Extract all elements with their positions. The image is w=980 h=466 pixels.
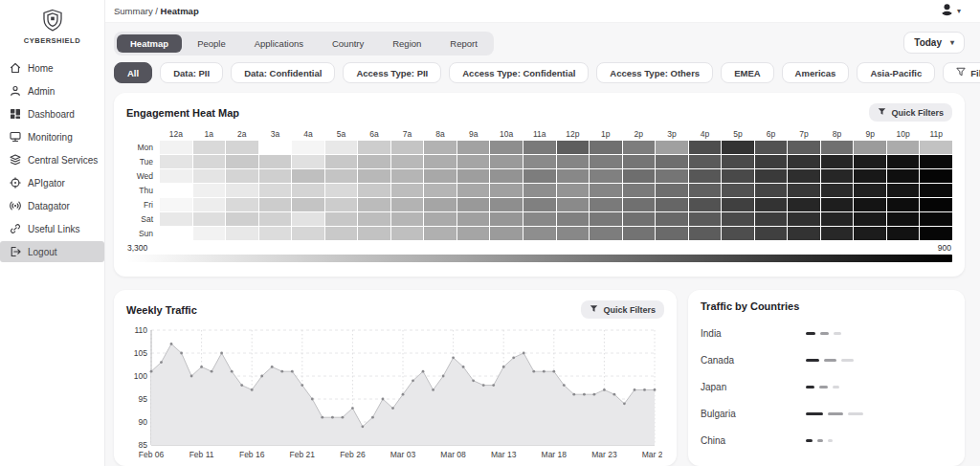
shield-logo-icon: [41, 18, 64, 34]
country-row-india: India: [701, 328, 952, 339]
heatmap-hour-label: 12a: [160, 128, 192, 140]
chip-emea[interactable]: EMEA: [721, 62, 773, 83]
heatmap-cell: [523, 169, 556, 183]
heatmap-hour-label: 5p: [722, 128, 754, 140]
weekly-traffic-card: Weekly Traffic Quick Filters 85909510010…: [114, 290, 677, 466]
heatmap-cell: [854, 169, 886, 183]
country-row-china: China: [701, 435, 952, 446]
breadcrumb-root[interactable]: Summary: [114, 6, 153, 16]
tab-region[interactable]: Region: [379, 34, 434, 53]
country-bar-segment-dark: [806, 359, 819, 362]
svg-text:Mar 28: Mar 28: [642, 450, 662, 459]
heatmap-cell: [689, 184, 722, 197]
chip-all[interactable]: All: [114, 62, 152, 83]
heatmap-cell: [722, 198, 754, 211]
heatmap-hour-label: 10p: [887, 128, 920, 140]
chip-access-type-pii[interactable]: Access Type: PII: [343, 62, 441, 83]
svg-text:110: 110: [134, 325, 147, 335]
sidebar-item-apigator[interactable]: APIgator: [0, 172, 104, 193]
sidebar-item-logout[interactable]: Logout: [0, 241, 104, 262]
heatmap-cell: [590, 184, 622, 197]
tab-heatmap[interactable]: Heatmap: [117, 34, 182, 53]
heatmap-cell: [590, 141, 622, 154]
heatmap-cell: [788, 184, 820, 197]
weekly-quick-filters-button[interactable]: Quick Filters: [581, 300, 664, 319]
sidebar-item-datagator[interactable]: Datagator: [0, 195, 104, 216]
sidebar-item-monitoring[interactable]: Monitoring: [0, 126, 104, 147]
heatmap-cell: [358, 212, 390, 226]
heatmap-cell: [854, 184, 886, 197]
heatmap-cell: [623, 227, 656, 240]
sidebar-item-home[interactable]: Home: [0, 57, 104, 78]
sidebar-item-central-services[interactable]: Central Services: [0, 149, 104, 170]
user-icon: [10, 85, 21, 97]
heatmap-hour-label: 12p: [557, 128, 590, 140]
heatmap-cell: [656, 141, 688, 154]
link-icon: [10, 223, 21, 234]
tab-report[interactable]: Report: [436, 34, 491, 53]
chip-americas[interactable]: Americas: [782, 62, 850, 83]
heatmap-hour-label: 9a: [457, 128, 490, 140]
heatmap-cell: [391, 184, 424, 197]
heatmap-hour-label: 8a: [424, 128, 457, 140]
sidebar-item-useful-links[interactable]: Useful Links: [0, 218, 104, 239]
heatmap-cell: [557, 184, 590, 197]
heatmap-cell: [920, 155, 952, 168]
heatmap-cell: [821, 169, 854, 183]
heatmap-hour-label: 6a: [358, 128, 390, 140]
heatmap-cell: [490, 155, 523, 168]
heatmap-cell: [788, 169, 820, 183]
sidebar-item-dashboard[interactable]: Dashboard: [0, 103, 104, 124]
heatmap-hour-label: 2a: [226, 128, 258, 140]
svg-text:95: 95: [139, 394, 148, 404]
heatmap-cell: [656, 198, 688, 211]
heatmap-cell: [557, 227, 590, 240]
date-range-button[interactable]: Today▾: [903, 32, 965, 54]
breadcrumb: Summary / Heatmap: [114, 6, 199, 16]
sidebar-item-label: Admin: [28, 86, 55, 97]
heatmap-cell: [490, 212, 523, 226]
heatmap-cell: [325, 184, 358, 197]
heatmap-cell: [292, 212, 324, 226]
country-bars: [806, 439, 952, 442]
country-bar-segment-mid: [817, 439, 823, 442]
chip-access-type-confidential[interactable]: Access Type: Confidential: [449, 62, 589, 83]
chip-asia-pacific[interactable]: Asia-Pacific: [857, 62, 935, 83]
heatmap-cell: [821, 212, 854, 226]
heatmap-hour-label: 7a: [391, 128, 424, 140]
funnel-icon: [590, 304, 598, 315]
heatmap-cell: [656, 155, 688, 168]
heatmap-cell: [755, 212, 788, 226]
heatmap-cell: [292, 141, 324, 154]
country-bars: [806, 359, 952, 362]
heatmap-cell: [391, 155, 424, 168]
heatmap-cell: [722, 227, 754, 240]
tab-country[interactable]: Country: [319, 34, 377, 53]
heatmap-quick-filters-button[interactable]: Quick Filters: [869, 103, 952, 122]
heatmap-cell: [325, 212, 358, 226]
country-bars: [806, 412, 952, 415]
heatmap-cell: [424, 227, 457, 240]
tab-applications[interactable]: Applications: [241, 34, 317, 53]
sidebar-item-label: APIgator: [28, 178, 65, 189]
user-menu[interactable]: ▾: [940, 2, 961, 20]
heatmap-day-label: Sun: [126, 227, 159, 240]
heatmap-grid: 12a1a2a3a4a5a6a7a8a9a10a11a12p1p2p3p4p5p…: [126, 128, 952, 240]
heatmap-cell: [391, 212, 424, 226]
sidebar-item-admin[interactable]: Admin: [0, 80, 104, 101]
svg-text:100: 100: [134, 371, 147, 381]
country-label: Japan: [701, 382, 806, 392]
chip-data-pii[interactable]: Data: PII: [160, 62, 223, 83]
heatmap-cell: [358, 169, 390, 183]
main-area: Summary / Heatmap ▾ HeatmapPeopleApplica…: [105, 0, 980, 466]
country-bar-segment-mid: [820, 332, 829, 335]
heatmap-hour-label: 4p: [689, 128, 722, 140]
filters-button[interactable]: Filters: [943, 62, 980, 83]
chip-access-type-others[interactable]: Access Type: Others: [596, 62, 713, 83]
heatmap-day-label: Fri: [126, 198, 159, 211]
heatmap-cell: [656, 169, 688, 183]
heatmap-cell: [160, 227, 192, 240]
tab-people[interactable]: People: [184, 34, 239, 53]
chip-data-confidential[interactable]: Data: Confidential: [231, 62, 335, 83]
quick-filters-label: Quick Filters: [603, 305, 656, 315]
